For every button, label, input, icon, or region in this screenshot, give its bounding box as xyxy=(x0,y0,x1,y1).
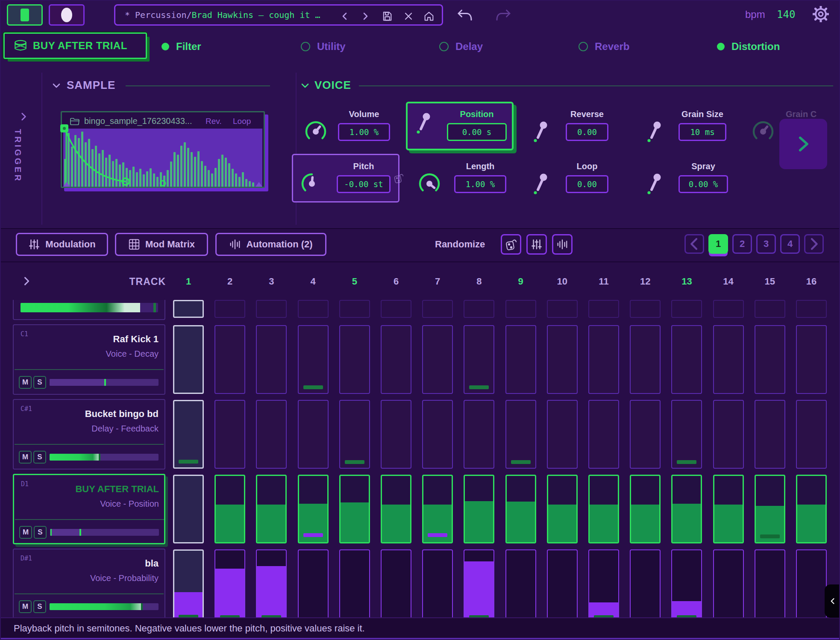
step-cell-14[interactable] xyxy=(713,325,744,394)
step-cell-1[interactable] xyxy=(173,325,204,394)
pages-next-button[interactable] xyxy=(804,234,824,254)
step-cell-4[interactable] xyxy=(298,325,329,394)
step-cell-4[interactable] xyxy=(298,475,329,543)
step-cell-6[interactable] xyxy=(381,325,411,394)
randomize-sliders-button[interactable] xyxy=(526,234,547,255)
preset-bar[interactable]: * Percussion/Brad Hawkins — cough it … xyxy=(114,4,443,26)
step-cell-16[interactable] xyxy=(796,400,827,469)
track-panel-buy-after-trial[interactable]: D1BUY AFTER TRIALVoice - PositionMS xyxy=(13,474,165,544)
step-cell-7[interactable] xyxy=(422,325,453,394)
step-cell-2[interactable] xyxy=(214,549,245,624)
panel-collapse-tab[interactable] xyxy=(825,584,840,618)
step-cell-11[interactable] xyxy=(588,549,619,624)
track-slider[interactable] xyxy=(50,454,159,461)
sample-filename[interactable]: bingo_sample_176230433... xyxy=(84,116,192,126)
step-cell-7[interactable] xyxy=(422,549,453,624)
pitch-knob[interactable] xyxy=(300,172,324,196)
step-cell-1[interactable] xyxy=(173,549,204,624)
step-cell-13[interactable] xyxy=(671,475,702,543)
mute-button[interactable]: M xyxy=(19,376,32,389)
step-cell-11[interactable] xyxy=(588,400,619,469)
step-cell-partial-6[interactable] xyxy=(381,300,411,318)
step-cell-13[interactable] xyxy=(671,325,702,394)
step-cell-9[interactable] xyxy=(505,475,536,543)
track-slider[interactable] xyxy=(50,529,159,536)
voice-collapse-chevron-icon[interactable] xyxy=(300,80,310,91)
loop-value[interactable]: 0.00 xyxy=(566,175,608,193)
loop-start-marker[interactable] xyxy=(63,182,70,187)
redo-button[interactable] xyxy=(495,6,512,23)
reverse-value[interactable]: 0.00 xyxy=(566,123,608,141)
track-slider[interactable] xyxy=(50,603,159,610)
step-cell-partial-2[interactable] xyxy=(214,300,245,318)
settings-gear-icon[interactable] xyxy=(813,6,829,22)
step-cell-14[interactable] xyxy=(713,475,744,543)
tab-delay[interactable]: Delay xyxy=(439,40,483,53)
tab-reverb[interactable]: Reverb xyxy=(579,40,629,53)
step-cell-5[interactable] xyxy=(339,475,370,543)
sample-collapse-chevron-icon[interactable] xyxy=(51,80,62,91)
step-cell-partial-3[interactable] xyxy=(256,300,287,318)
mute-button[interactable]: M xyxy=(19,451,32,464)
step-cell-12[interactable] xyxy=(630,325,661,394)
prev-preset-icon[interactable] xyxy=(340,11,350,21)
step-cell-2[interactable] xyxy=(214,475,245,543)
pages-prev-button[interactable] xyxy=(684,234,704,254)
step-cell-3[interactable] xyxy=(256,475,287,543)
trigger-expand-chevron-icon[interactable] xyxy=(18,111,29,122)
step-cell-partial-9[interactable] xyxy=(505,300,536,318)
grain-size-knob[interactable] xyxy=(644,120,668,144)
next-preset-icon[interactable] xyxy=(360,11,370,21)
track-panel-bla[interactable]: D#1blaVoice - ProbabilityMS xyxy=(13,549,165,619)
step-cell-15[interactable] xyxy=(755,549,785,624)
save-icon[interactable] xyxy=(381,10,393,22)
step-cell-partial-7[interactable] xyxy=(422,300,453,318)
page-button-3[interactable]: 3 xyxy=(756,234,776,254)
page-button-2[interactable]: 2 xyxy=(732,234,752,254)
stop-button[interactable] xyxy=(7,4,43,26)
step-cell-partial-14[interactable] xyxy=(713,300,744,318)
spray-value[interactable]: 0.00 % xyxy=(678,175,728,193)
step-cell-10[interactable] xyxy=(547,325,578,394)
home-icon[interactable] xyxy=(423,10,435,22)
loop-end-marker[interactable] xyxy=(256,182,262,187)
step-cell-12[interactable] xyxy=(630,549,661,624)
automation-button[interactable]: Automation (2) xyxy=(215,233,326,256)
envelope-start-handle[interactable] xyxy=(60,124,68,132)
step-cell-16[interactable] xyxy=(796,475,827,543)
close-icon[interactable] xyxy=(402,10,414,22)
step-cell-14[interactable] xyxy=(713,549,744,624)
step-cell-7[interactable] xyxy=(422,475,453,543)
step-cell-3[interactable] xyxy=(256,549,287,624)
step-cell-9[interactable] xyxy=(505,549,536,624)
record-button[interactable] xyxy=(49,4,85,26)
tab-distortion[interactable]: Distortion xyxy=(717,40,780,53)
track-slider[interactable] xyxy=(50,379,159,386)
buy-after-trial-button[interactable]: BUY AFTER TRIAL xyxy=(3,32,147,59)
track-panel-bucket-bingo-bd[interactable]: C#1Bucket bingo bdDelay - FeedbackMS xyxy=(13,399,165,470)
step-cell-5[interactable] xyxy=(339,325,370,394)
tracks-expand-chevron-icon[interactable] xyxy=(21,275,32,287)
mod-matrix-button[interactable]: Mod Matrix xyxy=(115,233,208,256)
grain-size-value[interactable]: 10 ms xyxy=(678,123,726,141)
step-cell-3[interactable] xyxy=(256,325,287,394)
step-cell-11[interactable] xyxy=(588,475,619,543)
volume-knob[interactable] xyxy=(304,120,328,144)
volume-value[interactable]: 1.00 % xyxy=(338,123,390,141)
step-cell-11[interactable] xyxy=(588,325,619,394)
position-knob[interactable] xyxy=(414,111,438,135)
pitch-dice-icon[interactable] xyxy=(393,173,404,184)
length-knob[interactable] xyxy=(417,172,441,196)
reverse-knob[interactable] xyxy=(531,120,555,144)
step-cell-6[interactable] xyxy=(381,475,411,543)
step-cell-13[interactable] xyxy=(671,549,702,624)
step-cell-1[interactable] xyxy=(173,475,204,543)
page-button-1[interactable]: 1 xyxy=(708,234,728,254)
undo-button[interactable] xyxy=(456,6,473,23)
track-panel-partial[interactable] xyxy=(13,300,165,320)
step-cell-8[interactable] xyxy=(464,325,494,394)
tab-utility[interactable]: Utility xyxy=(301,40,346,53)
solo-button[interactable]: S xyxy=(34,526,47,539)
step-cell-4[interactable] xyxy=(298,400,329,469)
step-cell-1[interactable] xyxy=(173,400,204,469)
